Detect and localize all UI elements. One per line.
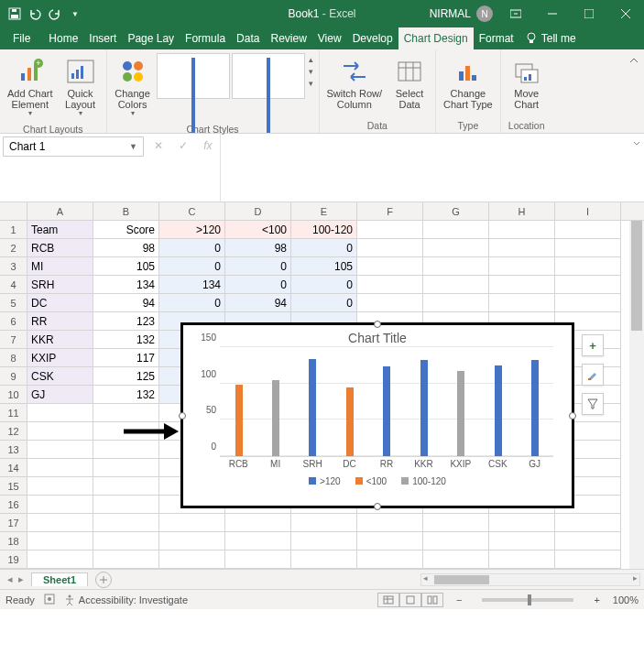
cell-D4[interactable]: 0 (225, 276, 291, 294)
cell-B2[interactable]: 98 (93, 239, 159, 257)
cell-H2[interactable] (489, 239, 555, 257)
cell-I18[interactable] (555, 532, 621, 550)
fx-icon[interactable]: fx (203, 139, 212, 152)
cell-A1[interactable]: Team (27, 221, 93, 239)
cell-A4[interactable]: SRH (27, 276, 93, 294)
row-header[interactable]: 5 (0, 294, 27, 312)
row-header[interactable]: 18 (0, 532, 27, 550)
chart-legend[interactable]: >120 <100 100-120 (183, 476, 572, 486)
zoom-out-button[interactable]: − (453, 594, 465, 605)
undo-icon[interactable] (26, 5, 44, 23)
tab-review[interactable]: Review (265, 27, 311, 49)
change-colors-button[interactable]: Change Colors ▾ (111, 53, 155, 118)
column-header-I[interactable]: I (555, 202, 621, 220)
cell-A7[interactable]: KKR (27, 331, 93, 349)
row-header[interactable]: 13 (0, 441, 27, 459)
chart-bar[interactable] (495, 365, 502, 456)
chart-plot-area[interactable]: 050100150 (220, 347, 553, 457)
cell-A17[interactable] (27, 514, 93, 532)
chart-bar[interactable] (383, 366, 390, 456)
zoom-slider[interactable] (482, 598, 573, 602)
styles-scroll-down[interactable]: ▾ (309, 67, 313, 76)
close-button[interactable] (607, 0, 644, 27)
cell-B6[interactable]: 123 (93, 312, 159, 331)
redo-icon[interactable] (46, 5, 64, 23)
chart-handle-e[interactable] (569, 412, 576, 420)
cell-C4[interactable]: 134 (159, 276, 225, 294)
add-chart-element-button[interactable]: + Add Chart Element ▾ (4, 53, 57, 118)
page-break-view-button[interactable] (421, 593, 443, 607)
cell-E19[interactable] (291, 550, 357, 569)
cancel-formula-icon[interactable]: ✕ (154, 139, 163, 152)
cell-F19[interactable] (357, 550, 423, 569)
cell-B9[interactable]: 125 (93, 367, 159, 386)
cell-E17[interactable] (291, 514, 357, 532)
chart-style-thumb-1[interactable] (157, 53, 230, 99)
cell-I2[interactable] (555, 239, 621, 257)
column-header-G[interactable]: G (423, 202, 489, 220)
cell-G18[interactable] (423, 532, 489, 550)
tab-pagelayout[interactable]: Page Lay (122, 27, 180, 49)
cell-A8[interactable]: KXIP (27, 349, 93, 367)
cell-D17[interactable] (225, 514, 291, 532)
cell-F5[interactable] (357, 294, 423, 312)
cell-A18[interactable] (27, 532, 93, 550)
row-header[interactable]: 9 (0, 367, 27, 386)
horizontal-scrollbar[interactable]: ◂ ▸ (420, 573, 640, 586)
cell-H1[interactable] (489, 221, 555, 239)
cell-B11[interactable] (93, 404, 159, 422)
cell-F4[interactable] (357, 276, 423, 294)
column-header-H[interactable]: H (489, 202, 555, 220)
row-header[interactable]: 16 (0, 496, 27, 514)
cell-A2[interactable]: RCB (27, 239, 93, 257)
tab-developer[interactable]: Develop (347, 27, 398, 49)
cell-B1[interactable]: Score (93, 221, 159, 239)
cell-B15[interactable] (93, 477, 159, 496)
cell-I4[interactable] (555, 276, 621, 294)
cell-F3[interactable] (357, 257, 423, 276)
chart-handle-s[interactable] (374, 503, 381, 510)
row-header[interactable]: 17 (0, 514, 27, 532)
macro-record-icon[interactable] (44, 594, 55, 606)
row-header[interactable]: 2 (0, 239, 27, 257)
scroll-right-icon[interactable]: ▸ (633, 573, 638, 583)
expand-formula-bar[interactable] (629, 134, 644, 202)
accessibility-status[interactable]: Accessibility: Investigate (64, 594, 188, 605)
cell-E2[interactable]: 0 (291, 239, 357, 257)
formula-input[interactable] (220, 134, 629, 202)
column-header-C[interactable]: C (159, 202, 225, 220)
cell-A12[interactable] (27, 422, 93, 441)
cell-B14[interactable] (93, 459, 159, 477)
row-header[interactable]: 15 (0, 477, 27, 496)
quick-layout-button[interactable]: Quick Layout ▾ (59, 53, 103, 118)
cell-D5[interactable]: 94 (225, 294, 291, 312)
cell-C1[interactable]: >120 (159, 221, 225, 239)
cell-F2[interactable] (357, 239, 423, 257)
save-icon[interactable] (5, 5, 24, 23)
cell-G5[interactable] (423, 294, 489, 312)
cell-I17[interactable] (555, 514, 621, 532)
chart-title[interactable]: Chart Title (183, 325, 572, 347)
column-header-D[interactable]: D (225, 202, 291, 220)
cell-H4[interactable] (489, 276, 555, 294)
enter-formula-icon[interactable]: ✓ (179, 139, 188, 152)
cell-A19[interactable] (27, 550, 93, 569)
cell-A15[interactable] (27, 477, 93, 496)
cell-I3[interactable] (555, 257, 621, 276)
cell-D2[interactable]: 98 (225, 239, 291, 257)
cell-G4[interactable] (423, 276, 489, 294)
cell-B8[interactable]: 117 (93, 349, 159, 367)
tab-formulas[interactable]: Formula (180, 27, 231, 49)
cell-A14[interactable] (27, 459, 93, 477)
styles-more[interactable]: ▾ (309, 79, 313, 88)
tab-view[interactable]: View (312, 27, 347, 49)
row-header[interactable]: 10 (0, 386, 27, 404)
cell-A16[interactable] (27, 496, 93, 514)
embedded-chart[interactable]: Chart Title 050100150 RCBMISRHDCRRKKRKXI… (180, 322, 574, 508)
cell-H18[interactable] (489, 532, 555, 550)
sheet-nav-next[interactable]: ▸ (18, 573, 24, 585)
chart-elements-button[interactable]: + (582, 334, 604, 356)
tab-insert[interactable]: Insert (83, 27, 122, 49)
cell-B17[interactable] (93, 514, 159, 532)
cell-B13[interactable] (93, 441, 159, 459)
